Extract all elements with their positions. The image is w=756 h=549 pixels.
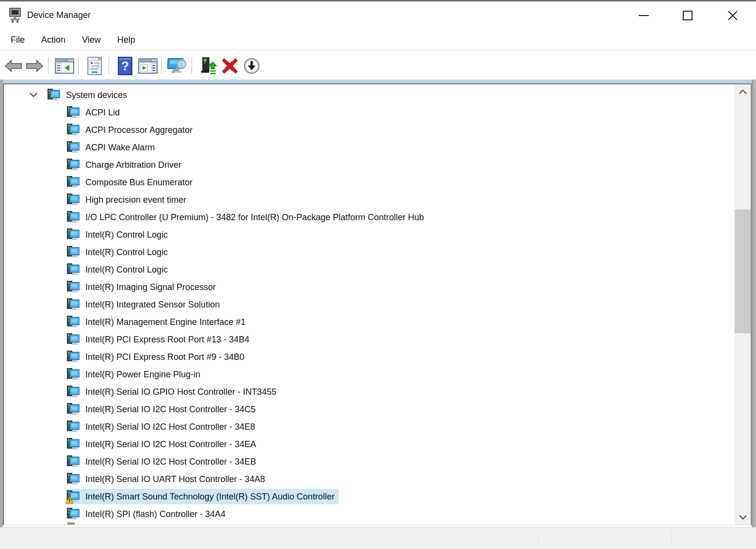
tree-item[interactable]: Intel(R) Control Logic (4, 243, 735, 261)
tree-item[interactable]: ACPI Lid (4, 104, 735, 121)
scrollbar-thumb[interactable] (735, 210, 751, 333)
help-button[interactable]: ? (116, 55, 134, 77)
close-button[interactable] (718, 4, 748, 27)
tree-item[interactable]: Intel(R) Integrated Sensor Solution (4, 296, 735, 313)
forward-button[interactable] (25, 55, 44, 77)
device-icon (67, 473, 80, 485)
back-button[interactable] (4, 55, 23, 77)
scroll-up-button[interactable] (735, 85, 751, 98)
tree-item[interactable]: High precision event timer (4, 191, 735, 209)
device-icon (67, 351, 80, 363)
toolbar-separator (161, 57, 162, 74)
device-icon (67, 438, 80, 451)
action-pane-button[interactable] (137, 55, 159, 77)
device-icon (67, 194, 80, 206)
maximize-icon (683, 11, 692, 20)
device-label: High precision event timer (85, 195, 186, 205)
tree-item[interactable]: Intel(R) SPI (flash) Controller - 34A4 (4, 505, 735, 523)
update-driver-icon (200, 57, 217, 75)
tree-item-label: System devices (66, 90, 127, 100)
tree-item[interactable]: ACPI Wake Alarm (4, 139, 735, 156)
uninstall-device-icon (222, 58, 238, 74)
device-label: ACPI Processor Aggregator (85, 125, 193, 135)
svg-text:?: ? (121, 59, 129, 73)
toolbar: ? (0, 51, 756, 80)
device-label: Intel(R) Integrated Sensor Solution (85, 300, 220, 310)
tree-item[interactable]: Intel(R) Serial IO I2C Host Controller -… (4, 436, 735, 453)
device-label: Intel(R) PCI Express Root Port #13 - 34B… (85, 335, 249, 345)
device-icon (67, 124, 80, 136)
tree-item[interactable]: ACPI Processor Aggregator (4, 121, 735, 139)
tree-item[interactable]: Intel(R) Management Engine Interface #1 (4, 313, 735, 331)
tree-item[interactable]: Intel(R) PCI Express Root Port #9 - 34B0 (4, 348, 735, 366)
tree-item-system-devices[interactable]: System devices (4, 86, 735, 104)
panel-accent-strip (3, 80, 752, 83)
close-icon (728, 11, 738, 20)
device-icon (67, 508, 80, 520)
maximize-button[interactable] (673, 4, 703, 27)
device-label: ACPI Lid (85, 108, 120, 118)
device-icon (67, 228, 80, 241)
vertical-scrollbar[interactable] (735, 84, 751, 525)
device-icon (67, 333, 80, 346)
device-label: ACPI Wake Alarm (85, 143, 155, 153)
titlebar: Device Manager (0, 1, 756, 30)
statusbar (0, 527, 756, 549)
tree-item[interactable]: Intel(R) Control Logic (4, 261, 735, 278)
device-icon (67, 281, 80, 293)
properties-button[interactable] (84, 55, 105, 77)
console-tree-button[interactable] (54, 55, 75, 77)
tree-item[interactable]: Intel(R) Serial IO UART Host Controller … (4, 470, 735, 488)
scan-hardware-button[interactable] (167, 55, 188, 77)
tree-item[interactable]: Charge Arbitration Driver (4, 156, 735, 174)
device-label: I/O LPC Controller (U Premium) - 3482 fo… (85, 212, 424, 223)
tree-item[interactable]: Intel(R) PCI Express Root Port #13 - 34B… (4, 331, 735, 348)
tree-item[interactable]: Intel(R) Serial IO I2C Host Controller -… (4, 401, 735, 418)
device-label: Intel(R) Serial IO GPIO Host Controller … (85, 387, 276, 397)
scroll-down-button[interactable] (735, 511, 751, 524)
device-label: Intel(R) Power Engine Plug-in (85, 370, 200, 380)
device-label: Intel(R) Serial IO I2C Host Controller -… (85, 422, 255, 432)
device-label: Intel(R) Serial IO UART Host Controller … (85, 474, 265, 484)
tree-item[interactable]: Intel(R) Control Logic (4, 226, 735, 243)
chevron-down-icon[interactable] (29, 91, 38, 99)
device-label: Intel(R) PCI Express Root Port #9 - 34B0 (85, 352, 244, 362)
device-icon (67, 403, 80, 416)
device-label: Composite Bus Enumerator (85, 178, 193, 188)
arrow-forward-icon (25, 59, 44, 73)
menu-action[interactable]: Action (41, 35, 65, 45)
tree-item-selected[interactable]: Intel(R) Smart Sound Technology (Intel(R… (4, 488, 735, 505)
tree-item[interactable]: Intel(R) Serial IO I2C Host Controller -… (4, 418, 735, 436)
update-driver-button[interactable] (199, 55, 218, 77)
device-icon (67, 368, 80, 381)
device-icon (67, 263, 80, 276)
device-icon (67, 141, 80, 154)
uninstall-device-button[interactable] (221, 55, 239, 77)
menu-view[interactable]: View (82, 35, 101, 45)
tree-item[interactable]: Intel(R) Serial IO GPIO Host Controller … (4, 383, 735, 401)
window-right-border (752, 80, 756, 527)
tree-item[interactable]: I/O LPC Controller (U Premium) - 3482 fo… (4, 209, 735, 226)
device-label: Intel(R) Imaging Signal Processor (85, 282, 216, 292)
device-label: Intel(R) Control Logic (85, 247, 168, 258)
toolbar-separator (192, 57, 192, 74)
device-label: Charge Arbitration Driver (85, 160, 181, 170)
tree-item[interactable]: Composite Bus Enumerator (4, 174, 735, 191)
minimize-button[interactable] (628, 4, 659, 27)
menu-help[interactable]: Help (117, 35, 135, 45)
tree-item-partial (67, 522, 75, 525)
device-icon (67, 316, 80, 328)
arrow-back-icon (4, 59, 23, 73)
device-label: Intel(R) Serial IO I2C Host Controller -… (85, 439, 256, 450)
menubar: File Action View Help (0, 30, 756, 50)
disable-device-button[interactable] (242, 55, 261, 77)
disable-device-icon (243, 57, 260, 75)
device-icon (67, 386, 80, 398)
device-label: Intel(R) Serial IO I2C Host Controller -… (85, 457, 256, 467)
tree-item[interactable]: Intel(R) Serial IO I2C Host Controller -… (4, 453, 735, 470)
menu-file[interactable]: File (11, 35, 25, 45)
device-icon (67, 211, 80, 224)
device-manager-icon (8, 7, 23, 24)
tree-item[interactable]: Intel(R) Imaging Signal Processor (4, 278, 735, 296)
tree-item[interactable]: Intel(R) Power Engine Plug-in (4, 366, 735, 383)
